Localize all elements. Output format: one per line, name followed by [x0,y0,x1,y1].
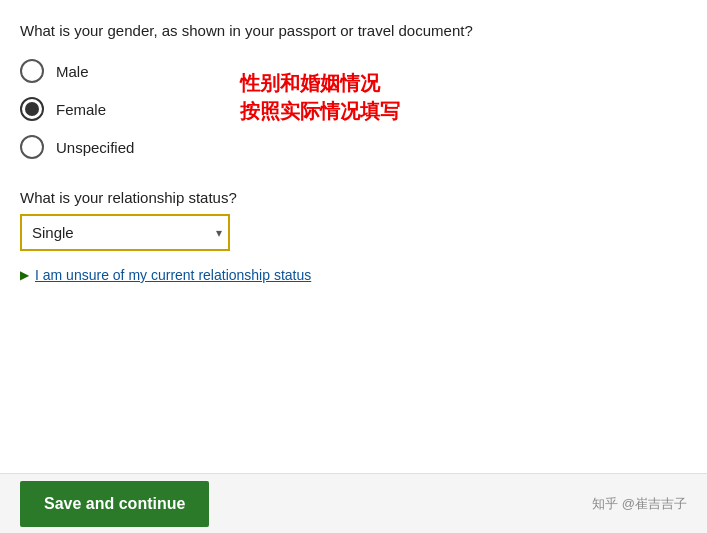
annotation-overlay: 性别和婚姻情况 按照实际情况填写 [240,69,400,125]
radio-label-female: Female [56,101,106,118]
radio-circle-female [20,97,44,121]
relationship-question: What is your relationship status? [20,189,687,206]
unsure-arrow-icon: ▶ [20,268,29,282]
radio-label-male: Male [56,63,89,80]
radio-circle-unspecified [20,135,44,159]
relationship-select-wrapper: Single Married De facto Engaged Separate… [20,214,230,251]
gender-radio-group: Male Female Unspecified 性别和婚姻情况 按照实际情况填写 [20,59,687,159]
annotation-line2: 按照实际情况填写 [240,97,400,125]
radio-unspecified[interactable]: Unspecified [20,135,687,159]
annotation-line1: 性别和婚姻情况 [240,69,400,97]
radio-circle-male [20,59,44,83]
gender-question: What is your gender, as shown in your pa… [20,20,687,41]
radio-label-unspecified: Unspecified [56,139,134,156]
relationship-section: What is your relationship status? Single… [20,189,687,251]
unsure-relationship-link[interactable]: I am unsure of my current relationship s… [35,267,311,283]
watermark-text: 知乎 @崔吉吉子 [592,495,687,513]
bottom-bar: Save and continue 知乎 @崔吉吉子 [0,473,707,533]
save-continue-button[interactable]: Save and continue [20,481,209,527]
relationship-select[interactable]: Single Married De facto Engaged Separate… [20,214,230,251]
page-container: What is your gender, as shown in your pa… [0,0,707,533]
unsure-link-row: ▶ I am unsure of my current relationship… [20,267,687,283]
